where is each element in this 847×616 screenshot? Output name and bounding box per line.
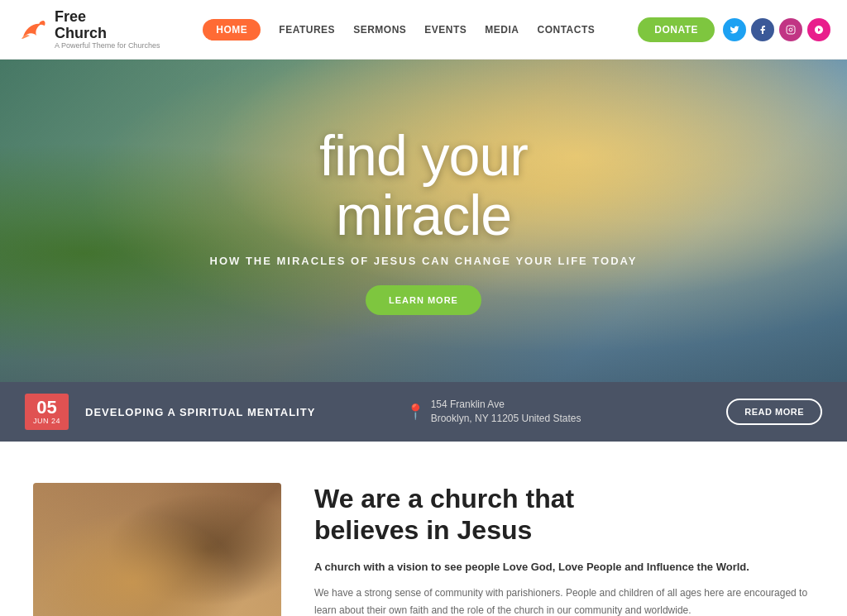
logo-subtitle: A Powerful Theme for Churches xyxy=(55,41,160,50)
svg-rect-0 xyxy=(787,26,795,34)
logo-title: FreeChurch xyxy=(55,9,160,42)
about-section: We are a church that believes in Jesus A… xyxy=(0,442,847,616)
header-right: DONATE xyxy=(638,17,830,42)
about-body-text: We have a strong sense of community with… xyxy=(314,585,814,616)
twitter-icon[interactable] xyxy=(723,18,746,41)
about-image-background xyxy=(33,483,281,616)
hero-subheadline: HOW THE MIRACLES OF JESUS CAN CHANGE YOU… xyxy=(210,255,638,267)
donate-button[interactable]: DONATE xyxy=(638,17,715,42)
about-heading: We are a church that believes in Jesus xyxy=(314,483,814,547)
facebook-icon[interactable] xyxy=(751,18,774,41)
hero-content: find your miracle HOW THE MIRACLES OF JE… xyxy=(194,127,654,315)
logo[interactable]: FreeChurch A Powerful Theme for Churches xyxy=(17,9,160,50)
read-more-button[interactable]: READ MORE xyxy=(726,399,822,425)
nav-home[interactable]: HOME xyxy=(203,19,261,41)
hero-headline: find your miracle xyxy=(210,127,638,245)
logo-icon xyxy=(17,14,48,45)
event-banner: 05 Jun 24 DEVELOPING A SPIRITUAL MENTALI… xyxy=(0,382,847,442)
nav-events[interactable]: EVENTS xyxy=(424,24,467,36)
hero-section: find your miracle HOW THE MIRACLES OF JE… xyxy=(0,60,847,382)
nav-sermons[interactable]: SERMONS xyxy=(353,24,406,36)
nav-contacts[interactable]: CONTACTS xyxy=(538,24,596,36)
event-location: 📍 154 Franklin Ave Brooklyn, NY 11205 Un… xyxy=(406,398,711,426)
svg-point-1 xyxy=(789,28,792,31)
event-location-line1: 154 Franklin Ave xyxy=(431,398,581,412)
social-pink-icon[interactable] xyxy=(807,18,830,41)
social-icons xyxy=(723,18,830,41)
about-bold-text: A church with a vision to see people Lov… xyxy=(314,559,814,575)
learn-more-button[interactable]: LEARN MORE xyxy=(366,285,481,315)
svg-point-2 xyxy=(792,26,793,27)
nav-media[interactable]: MEDIA xyxy=(485,24,519,36)
event-date-month: Jun 24 xyxy=(33,417,60,425)
header: FreeChurch A Powerful Theme for Churches… xyxy=(0,0,847,60)
event-location-text: 154 Franklin Ave Brooklyn, NY 11205 Unit… xyxy=(431,398,581,426)
main-nav: HOME FEATURES SERMONS EVENTS MEDIA CONTA… xyxy=(203,19,595,41)
event-date: 05 Jun 24 xyxy=(25,394,69,430)
logo-text: FreeChurch A Powerful Theme for Churches xyxy=(55,9,160,50)
about-content: We are a church that believes in Jesus A… xyxy=(314,483,814,616)
nav-features[interactable]: FEATURES xyxy=(279,24,335,36)
about-image xyxy=(33,483,281,616)
event-title: DEVELOPING A SPIRITUAL MENTALITY xyxy=(85,406,390,418)
instagram-icon[interactable] xyxy=(779,18,802,41)
location-pin-icon: 📍 xyxy=(406,403,424,421)
event-date-number: 05 xyxy=(33,399,60,417)
event-location-line2: Brooklyn, NY 11205 United States xyxy=(431,412,581,426)
